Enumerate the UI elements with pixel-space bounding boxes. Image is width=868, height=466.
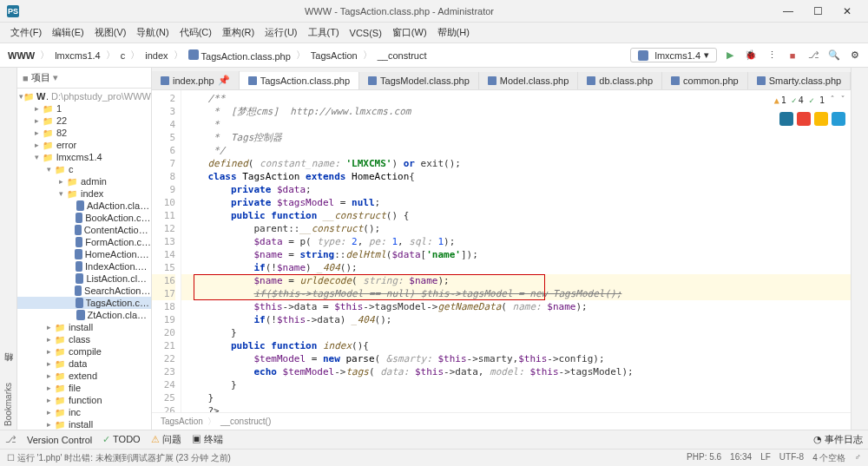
tree-file[interactable]: HomeAction.class.php xyxy=(17,248,151,260)
maximize-button[interactable]: ☐ xyxy=(804,3,832,20)
php-icon xyxy=(76,213,83,223)
menu-run[interactable]: 运行(U) xyxy=(260,24,302,41)
editor-tab[interactable]: Smarty.class.php xyxy=(748,72,851,89)
editor-tab[interactable]: common.php xyxy=(662,72,748,89)
tree-folder[interactable]: ▸📁data xyxy=(17,358,151,370)
run-config-selector[interactable]: lmxcms1.4 ▾ xyxy=(630,48,717,62)
tree-folder[interactable]: ▾📁lmxcms1.4 xyxy=(17,151,151,163)
cursor-position[interactable]: 16:34 xyxy=(730,452,752,464)
breadcrumb-item[interactable]: TagsAction xyxy=(308,49,360,62)
status-message: ☐ 运行 '1.php' 时出错: 未检测到调试器扩展 (23 分钟 之前) xyxy=(7,452,231,464)
menu-tools[interactable]: 工具(T) xyxy=(303,24,345,41)
menu-view[interactable]: 视图(V) xyxy=(89,24,132,41)
browser-icon[interactable] xyxy=(832,112,845,126)
project-tool-button[interactable]: 项目 xyxy=(3,71,15,78)
tree-folder[interactable]: ▸📁82 xyxy=(17,127,151,139)
event-log-button[interactable]: ◔ 事件日志 xyxy=(813,433,863,446)
breadcrumb-item[interactable]: c xyxy=(118,49,128,62)
bookmarks-tool-button[interactable]: Bookmarks xyxy=(3,379,13,430)
editor-tab[interactable]: Model.class.php xyxy=(479,72,579,89)
left-tool-strip: 项目 结构 Bookmarks xyxy=(0,68,17,430)
breadcrumb-item[interactable]: TagsAction.class.php xyxy=(186,49,293,62)
breadcrumb-item[interactable]: lmxcms1.4 xyxy=(52,49,103,62)
debug-button[interactable]: 🐞 xyxy=(743,48,759,63)
tree-folder[interactable]: ▸📁22 xyxy=(17,115,151,127)
tree-folder[interactable]: ▸📁install xyxy=(17,321,151,333)
gutter[interactable]: 2345678910111213141516171819202122232425… xyxy=(152,90,181,412)
php-icon xyxy=(76,310,85,320)
editor-tab[interactable]: TagsModel.class.php xyxy=(359,72,479,89)
tree-folder[interactable]: ▸📁inc xyxy=(17,406,151,418)
editor-tabs: index.php📌TagsAction.class.phpTagsModel.… xyxy=(152,68,851,90)
lock-icon[interactable]: ♂ xyxy=(855,452,862,464)
tree-folder[interactable]: ▸📁1 xyxy=(17,102,151,115)
menu-help[interactable]: 帮助(H) xyxy=(432,24,475,41)
vcs-tab[interactable]: Version Control xyxy=(27,435,92,445)
tree-file[interactable]: TagsAction.class.php xyxy=(17,297,151,309)
structure-tool-button[interactable]: 结构 xyxy=(3,365,15,372)
settings-button[interactable]: ⚙ xyxy=(847,48,863,63)
tree-folder[interactable]: ▸📁install xyxy=(17,418,151,430)
todo-tab[interactable]: ✓ TODO xyxy=(102,434,140,445)
tree-file[interactable]: BookAction.class.php xyxy=(17,212,151,224)
editor-body[interactable]: 2345678910111213141516171819202122232425… xyxy=(152,90,851,412)
search-everywhere-button[interactable]: 🔍 xyxy=(826,48,842,63)
tree-file[interactable]: AdAction.class.php xyxy=(17,200,151,212)
tree-file[interactable]: ContentAction.class.php xyxy=(17,224,151,236)
browser-icon[interactable] xyxy=(814,112,828,126)
breadcrumb-item[interactable]: WWW xyxy=(5,49,37,62)
tree-folder[interactable]: ▾📁index xyxy=(17,187,151,200)
menu-code[interactable]: 代码(C) xyxy=(174,24,217,41)
tree-file[interactable]: FormAction.class.php xyxy=(17,236,151,248)
browser-icon[interactable] xyxy=(797,112,811,126)
tree-folder[interactable]: ▾📁c xyxy=(17,163,151,175)
browser-icon[interactable] xyxy=(779,112,793,126)
tree-file[interactable]: ListAction.class.php xyxy=(17,272,151,285)
highlight-box xyxy=(194,274,545,300)
tree-folder[interactable]: ▸📁file xyxy=(17,382,151,394)
editor-tab[interactable]: index.php📌 xyxy=(152,71,240,89)
tree-folder[interactable]: ▸📁extend xyxy=(17,370,151,382)
breadcrumb-item[interactable]: __construct xyxy=(375,49,430,62)
minimize-button[interactable]: — xyxy=(774,3,802,20)
more-run-button[interactable]: ⋮ xyxy=(764,48,779,63)
editor-tab[interactable]: TagsAction.class.php xyxy=(240,72,359,90)
php-icon xyxy=(587,76,595,85)
php-icon xyxy=(76,237,83,247)
branch-icon[interactable]: ⎇ xyxy=(806,48,821,63)
breadcrumb-item[interactable]: index xyxy=(142,49,170,62)
tree-file[interactable]: IndexAction.class.php xyxy=(17,260,151,272)
menu-refactor[interactable]: 重构(R) xyxy=(217,24,260,41)
tree-root[interactable]: ▾📁 WWW D:\phpstudy_pro\WWW xyxy=(17,90,151,102)
indent[interactable]: 4 个空格 xyxy=(812,452,845,464)
menu-window[interactable]: 窗口(W) xyxy=(387,24,432,41)
menu-vcs[interactable]: VCS(S) xyxy=(345,26,387,40)
browser-preview-icons[interactable] xyxy=(779,112,845,126)
editor-breadcrumb[interactable]: TagsAction〉__construct() xyxy=(152,412,851,430)
tree-folder[interactable]: ▸📁function xyxy=(17,394,151,406)
stop-button[interactable]: ■ xyxy=(785,48,800,63)
run-button[interactable]: ▶ xyxy=(722,48,738,63)
menu-file[interactable]: 文件(F) xyxy=(5,24,47,41)
tree-file[interactable]: ZtAction.class.php xyxy=(17,309,151,321)
close-button[interactable]: ✕ xyxy=(833,3,861,20)
php-version-indicator[interactable]: PHP: 5.6 xyxy=(687,452,721,464)
problems-tab[interactable]: ⚠ 问题 xyxy=(151,433,181,446)
inspection-indicators[interactable]: 1 4 ✓1 ˆ ˇ xyxy=(774,94,845,107)
tree-folder[interactable]: ▸📁admin xyxy=(17,175,151,187)
tree-folder[interactable]: ▸📁error xyxy=(17,139,151,151)
tree-file[interactable]: SearchAction.class.php xyxy=(17,285,151,297)
app-icon: PS xyxy=(7,5,19,17)
project-tree[interactable]: ▾📁 WWW D:\phpstudy_pro\WWW ▸📁1▸📁22▸📁82▸📁… xyxy=(17,89,151,430)
php-icon xyxy=(757,76,766,85)
database-tool-button[interactable]: 数据库 xyxy=(852,71,864,78)
menu-navigate[interactable]: 导航(N) xyxy=(131,24,174,41)
line-separator[interactable]: LF xyxy=(760,452,771,464)
tree-folder[interactable]: ▸📁compile xyxy=(17,345,151,358)
editor-tab[interactable]: db.class.php xyxy=(578,72,662,89)
terminal-tab[interactable]: ▣ 终端 xyxy=(192,433,223,446)
menu-edit[interactable]: 编辑(E) xyxy=(47,24,89,41)
code-area[interactable]: 1 4 ✓1 ˆ ˇ /** * [梦想cms] http://www.lmxc… xyxy=(181,90,851,412)
encoding[interactable]: UTF-8 xyxy=(779,452,804,464)
tree-folder[interactable]: ▸📁class xyxy=(17,333,151,345)
